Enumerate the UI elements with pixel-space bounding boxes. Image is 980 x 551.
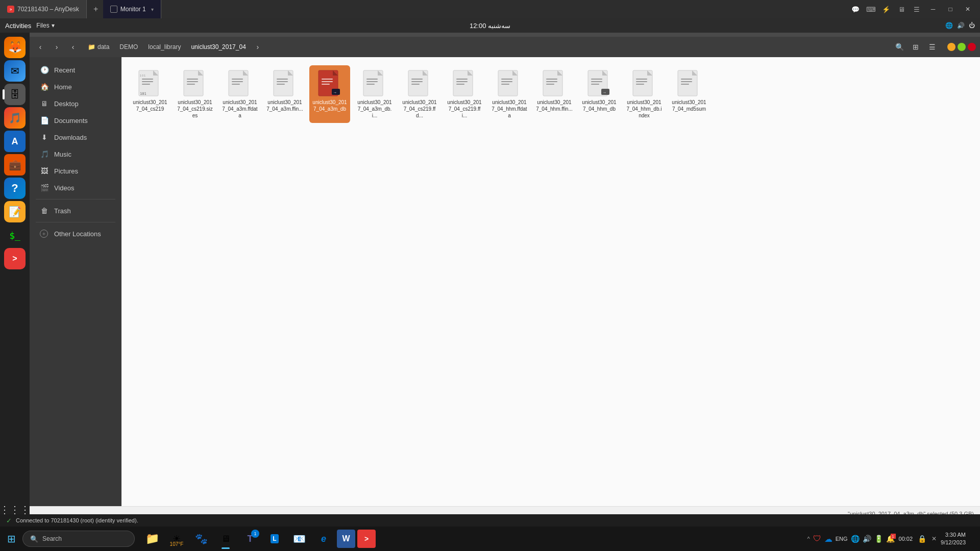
sidebar-item-other-locations[interactable]: + Other Locations	[32, 226, 119, 242]
sidebar-item-recent-label: Recent	[54, 66, 75, 74]
file-item-10[interactable]: → uniclust30_2017_04_hhm_db	[579, 65, 620, 123]
fm-close-button[interactable]	[968, 43, 976, 51]
file-item-9[interactable]: uniclust30_2017_04_hhm.ffin...	[534, 65, 575, 123]
svg-text:→: →	[602, 90, 606, 95]
fm-crumb-demo[interactable]: DEMO	[114, 41, 143, 53]
fm-maximize-button[interactable]	[958, 43, 966, 51]
file-item-2[interactable]: uniclust30_2017_04_a3m.ffdata	[219, 65, 260, 123]
file-name-8: uniclust30_2017_04_hhm.ffdata	[491, 99, 528, 119]
display-icon[interactable]: 🖥	[894, 2, 909, 16]
svg-rect-20	[277, 81, 288, 82]
taskbar-search-box[interactable]: 🔍 Search	[22, 531, 135, 547]
fm-breadcrumb-more[interactable]: ›	[251, 40, 264, 54]
file-item-1[interactable]: uniclust30_2017_04_cs219.sizes	[175, 65, 215, 123]
taskbar-disconnect-icon[interactable]: ✕	[932, 535, 937, 542]
dock-email[interactable]: ✉	[4, 60, 26, 82]
maximize-button[interactable]: □	[942, 2, 959, 16]
minimize-button[interactable]: ─	[925, 2, 941, 16]
files-menu[interactable]: Files ▾	[36, 22, 54, 29]
taskbar-lang-icon: ENG	[836, 536, 848, 542]
file-icon-8	[497, 69, 522, 97]
sidebar-item-recent[interactable]: 🕐 Recent	[32, 62, 119, 78]
other-locations-icon: +	[40, 230, 49, 238]
fm-view-options-button[interactable]: ⊞	[909, 40, 923, 54]
file-name-3: uniclust30_2017_04_a3m.ffin...	[266, 99, 303, 112]
svg-rect-25	[322, 81, 333, 82]
taskbar-edge[interactable]: e	[312, 528, 335, 550]
dock-music[interactable]: 🎵	[4, 107, 26, 129]
taskbar-volume-icon: 🔊	[863, 535, 871, 543]
svg-rect-31	[366, 79, 378, 80]
taskbar-reader[interactable]: L	[263, 528, 286, 550]
file-item-12[interactable]: uniclust30_2017_04_md5sum	[669, 65, 709, 123]
fm-minimize-button[interactable]	[947, 43, 955, 51]
file-item-7[interactable]: uniclust30_2017_04_cs219.ffi...	[444, 65, 485, 123]
taskbar-system-icons: ^ 🛡 ☁ ENG 🌐 🔊 🔋 🔔 1	[807, 534, 895, 544]
file-item-5[interactable]: uniclust30_2017_04_a3m_db.i...	[354, 65, 395, 123]
svg-rect-36	[411, 79, 423, 80]
sidebar-item-home-label: Home	[54, 83, 72, 91]
fm-toolbar-right: 🔍 ⊞ ☰	[892, 40, 976, 54]
file-icon-3	[273, 69, 297, 97]
fm-back-button[interactable]: ‹	[34, 40, 47, 54]
sidebar-item-other-locations-label: Other Locations	[54, 230, 101, 238]
file-item-11[interactable]: uniclust30_2017_04_hhm_db.index	[624, 65, 665, 123]
fm-crumb-uniclust[interactable]: uniclust30_2017_04	[186, 41, 251, 53]
dock-writer[interactable]: A	[4, 131, 26, 152]
taskbar-show-desktop[interactable]	[970, 529, 974, 549]
anydesk-title-text: 702181430 – AnyDesk	[17, 6, 79, 13]
dock-terminal[interactable]: $_	[4, 224, 26, 246]
dock-notes[interactable]: 📝	[4, 201, 26, 222]
new-tab-button[interactable]: +	[89, 2, 103, 16]
file-item-0[interactable]: 101 1 0 1 uniclust30_2017_04_cs219	[130, 65, 170, 123]
fm-list-view-button[interactable]: ☰	[925, 40, 939, 54]
close-button[interactable]: ✕	[960, 2, 976, 16]
monitor-tab[interactable]: Monitor 1 ▾	[103, 0, 161, 18]
sidebar-item-pictures[interactable]: 🖼 Pictures	[32, 163, 119, 179]
fm-up-button[interactable]: ‹	[66, 40, 80, 54]
sidebar-item-downloads[interactable]: ⬇ Downloads	[32, 129, 119, 145]
fm-crumb-data[interactable]: 📁 data	[83, 41, 114, 53]
taskbar-outlook[interactable]: 📧	[288, 528, 310, 550]
dock-files[interactable]: 🗄	[4, 84, 26, 105]
anydesk-toolbar: 💬 ⌨ ⚡ 🖥 ☰ ─ □ ✕	[848, 2, 980, 16]
fm-forward-button[interactable]: ›	[50, 40, 63, 54]
taskbar-teams[interactable]: T 1	[239, 528, 261, 550]
sidebar-separator	[36, 199, 115, 199]
dock-briefcase[interactable]: 💼	[4, 154, 26, 176]
file-item-8[interactable]: uniclust30_2017_04_hhm.ffdata	[489, 65, 530, 123]
dock-firefox[interactable]: 🦊	[4, 37, 26, 58]
menu-icon[interactable]: ☰	[910, 2, 924, 16]
dock-help[interactable]: ?	[4, 178, 26, 199]
fm-search-button[interactable]: 🔍	[892, 40, 906, 54]
svg-rect-69	[681, 81, 692, 82]
sidebar-item-music[interactable]: 🎵 Music	[32, 146, 119, 162]
taskbar-desktop[interactable]: 🖥	[214, 528, 237, 550]
lightning-icon[interactable]: ⚡	[879, 2, 893, 16]
sidebar-item-documents[interactable]: 📄 Documents	[32, 112, 119, 129]
taskbar-word[interactable]: W	[337, 530, 355, 548]
chat-icon[interactable]: 💬	[848, 2, 863, 16]
file-item-6[interactable]: uniclust30_2017_04_cs219.ffd...	[399, 65, 440, 123]
taskbar-file-explorer[interactable]: 📁	[141, 528, 163, 550]
taskbar-anydesk[interactable]: >	[357, 530, 376, 548]
file-name-12: uniclust30_2017_04_md5sum	[671, 99, 707, 112]
svg-rect-42	[456, 81, 468, 82]
file-item-4[interactable]: → uniclust30_2017_04_a3m_db	[309, 65, 350, 123]
sidebar-item-desktop[interactable]: 🖥 Desktop	[32, 95, 119, 112]
taskbar-msn[interactable]: 🐾	[190, 528, 212, 550]
sidebar-item-videos-label: Videos	[54, 184, 75, 192]
activities-button[interactable]: Activities	[5, 22, 31, 30]
sidebar-item-trash[interactable]: 🗑 Trash	[32, 203, 119, 219]
sidebar-item-home[interactable]: 🏠 Home	[32, 79, 119, 95]
monitor-tab-icon	[110, 6, 117, 13]
taskbar-weather[interactable]: ☀ 107°F	[165, 528, 188, 550]
fm-crumb-local-library[interactable]: local_library	[143, 41, 186, 53]
dock-anydesk[interactable]: >	[4, 248, 26, 269]
sidebar-item-videos[interactable]: 🎬 Videos	[32, 180, 119, 196]
keyboard-icon[interactable]: ⌨	[864, 2, 878, 16]
taskbar-start-button[interactable]: ⊞	[0, 528, 22, 550]
svg-rect-64	[636, 81, 647, 82]
file-item-3[interactable]: uniclust30_2017_04_a3m.ffin...	[264, 65, 305, 123]
taskbar-chevron-icon[interactable]: ^	[807, 536, 810, 542]
